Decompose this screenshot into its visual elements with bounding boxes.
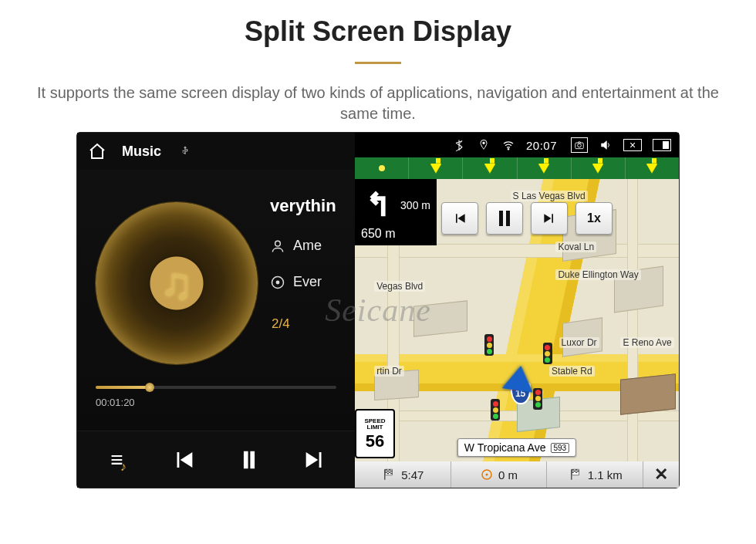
next-button[interactable]	[297, 442, 332, 478]
lane-guidance-bar	[355, 157, 679, 179]
street	[627, 179, 638, 461]
sim-prev-button[interactable]	[441, 202, 478, 235]
turn-instruction: 300 m 650 m	[355, 179, 437, 245]
nav-bottom-bar: 5:47 0 m 1.1 km ✕	[355, 461, 679, 488]
track-counter: 2/4	[272, 316, 290, 332]
lane-5	[572, 157, 626, 179]
lane-arrow-icon	[592, 164, 603, 173]
close-app-button[interactable]	[623, 139, 642, 151]
svg-point-0	[275, 241, 281, 246]
progress-fill	[96, 386, 149, 389]
lane-arrow-icon	[430, 164, 441, 173]
elapsed-time: 00:01:20	[96, 397, 135, 408]
eta-segment[interactable]: 5:47	[355, 461, 451, 488]
map-label: Stable Rd	[549, 366, 595, 377]
artist-name: Ame	[293, 238, 322, 254]
usb-icon	[178, 144, 192, 158]
remaining-distance: 1.1 km	[588, 468, 623, 481]
speed-label-2: LIMIT	[367, 424, 383, 431]
close-icon: ✕	[654, 465, 668, 485]
map-label: Luxor Dr	[559, 337, 599, 348]
traffic-light-icon	[543, 343, 552, 364]
prev-button[interactable]	[166, 442, 201, 478]
map-label: Vegas Blvd	[374, 281, 425, 292]
music-header: Music	[77, 133, 355, 170]
lane-arrow-icon	[538, 164, 549, 173]
map-label: Duke Ellington Way	[555, 269, 640, 280]
prev-icon	[170, 447, 197, 473]
music-body: ♫ verythin Ame Ever 2/4	[77, 170, 355, 431]
current-street-bar: W Tropicana Ave 593	[457, 438, 576, 457]
split-screen-button[interactable]	[653, 139, 671, 151]
wifi-icon	[501, 138, 515, 152]
current-street-number: 593	[550, 443, 569, 453]
svg-point-9	[486, 474, 488, 476]
svg-point-2	[276, 281, 278, 283]
eta-value: 5:47	[401, 468, 424, 481]
close-nav-button[interactable]: ✕	[643, 461, 679, 488]
lane-dot-icon	[379, 165, 385, 171]
status-time: 20:07	[526, 139, 557, 152]
home-icon	[87, 142, 107, 160]
status-bar: 20:07	[355, 133, 679, 157]
map-label: rtin Dr	[374, 366, 404, 377]
lane-arrow-icon	[484, 164, 495, 173]
pause-button[interactable]	[231, 442, 267, 478]
sim-speed-button[interactable]: 1x	[575, 202, 613, 235]
current-street-name: W Tropicana Ave	[464, 441, 546, 454]
lane-6	[626, 157, 679, 179]
location-icon	[477, 138, 491, 152]
lane-1	[355, 157, 409, 179]
next-icon	[302, 447, 328, 473]
track-metadata: verythin Ame Ever	[270, 196, 355, 290]
volume-icon	[599, 139, 612, 151]
svg-point-3	[483, 142, 485, 144]
album-row: Ever	[270, 274, 355, 290]
skip-back-icon	[452, 211, 467, 226]
title-underline	[355, 62, 401, 64]
music-controls	[77, 431, 355, 488]
artist-row: Ame	[270, 238, 355, 254]
album-icon	[270, 275, 285, 290]
turn-distance-next: 300 m	[400, 199, 430, 211]
music-header-label: Music	[122, 144, 161, 160]
split-screen-device: Music ♫ verythin Ame	[77, 133, 679, 488]
speed-limit-value: 56	[366, 433, 384, 450]
traffic-light-icon	[491, 399, 500, 421]
home-button[interactable]	[86, 142, 108, 160]
album-disc[interactable]: ♫	[96, 202, 258, 364]
vehicle-cursor-icon	[502, 363, 536, 392]
sim-pause-button[interactable]	[486, 202, 523, 235]
song-title: verythin	[270, 196, 355, 218]
traffic-light-icon	[533, 388, 542, 410]
progress-knob[interactable]	[145, 383, 154, 392]
map-label: E Reno Ave	[620, 337, 673, 348]
target-icon	[480, 468, 494, 481]
lane-3	[463, 157, 517, 179]
waypoint-distance: 0 m	[498, 468, 518, 481]
map-label: Koval Ln	[555, 242, 596, 252]
speed-limit-sign: SPEED LIMIT 56	[355, 409, 395, 458]
turn-left-icon	[361, 184, 397, 219]
volume-button[interactable]	[599, 138, 613, 152]
map-label: S Las Vegas Blvd	[511, 191, 588, 201]
navigation-pane: 20:07	[355, 133, 679, 488]
progress-bar[interactable]	[96, 378, 336, 389]
screenshot-button[interactable]	[571, 137, 588, 153]
remaining-segment[interactable]: 1.1 km	[547, 461, 643, 488]
playlist-button[interactable]	[100, 442, 136, 478]
artist-icon	[270, 238, 285, 254]
svg-point-4	[508, 148, 509, 150]
skip-forward-icon	[542, 211, 557, 226]
bluetooth-icon	[452, 138, 466, 152]
waypoint-segment[interactable]: 0 m	[451, 461, 548, 488]
sim-next-button[interactable]	[531, 202, 568, 235]
camera-icon	[574, 140, 585, 150]
turn-distance-total: 650 m	[361, 227, 395, 241]
traffic-light-icon	[484, 334, 494, 356]
lane-2	[409, 157, 463, 179]
building	[620, 373, 676, 415]
sim-controls: 1x	[441, 202, 613, 235]
pause-icon	[499, 211, 503, 226]
lane-4	[518, 157, 572, 179]
